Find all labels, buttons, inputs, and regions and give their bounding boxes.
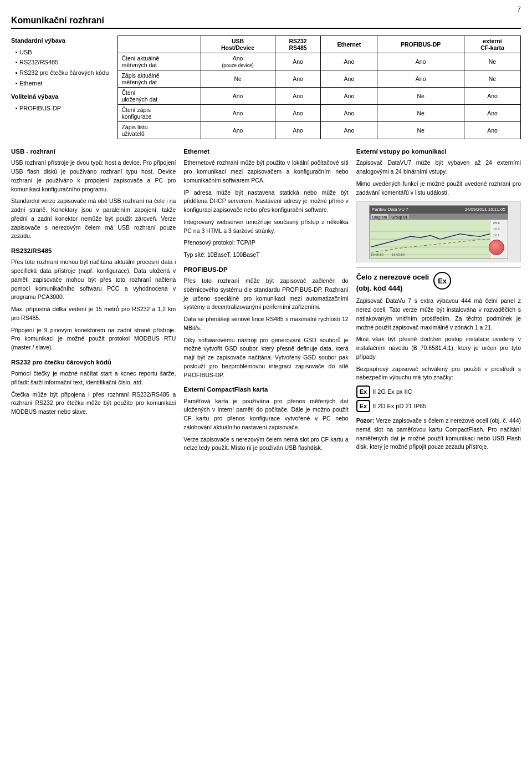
rs232-heading: RS232 pro čtečku čárových kódů [11, 358, 176, 367]
steel-para-2: Musí však být přesně dodržen postup inst… [356, 335, 521, 361]
table-cell: Ano [377, 53, 464, 70]
rs232-para-2: Čtečka může být připojena i přes rozhran… [11, 390, 176, 417]
table-row: Čtení zápiskonfigurace Ano Ano Ano Ne An… [118, 105, 521, 122]
profibus-para-3: Díky softwarovému nástroji pro generován… [183, 336, 348, 380]
list-item: RS232/RS485 [16, 57, 109, 68]
row-label: Čtení zápiskonfigurace [118, 105, 201, 122]
table-cell: Ne [464, 70, 520, 88]
capability-table: USBHost/Device RS232RS485 Ethernet PROFI… [117, 35, 521, 139]
ethernet-type: Typ sítě: 10BaseT, 100BaseT [183, 251, 348, 260]
ext-heading: Externí vstupy po komunikaci [356, 147, 521, 156]
cf-heading: Externí CompactFlash karta [183, 385, 348, 394]
capability-table-container: USBHost/Device RS232RS485 Ethernet PROFI… [117, 35, 521, 139]
col-header-cf: externíCF-karta [464, 36, 520, 53]
pozor-text: Verze zapisovače s čelem z nerezové ocel… [356, 417, 521, 450]
rs-heading: RS232/RS485 [11, 246, 176, 256]
device-indicator-circle [489, 240, 504, 255]
column-right: Externí vstupy po komunikaci Zapisovač D… [356, 147, 521, 456]
table-cell: Ano [321, 122, 377, 139]
table-empty-header [118, 36, 201, 53]
table-cell: Ano [377, 70, 464, 88]
table-cell: Ano [275, 70, 321, 88]
ethernet-para-2: IP adresa může být nastavena statická ne… [183, 189, 348, 215]
rs-para-3: Připojení je 9 pinovým konektorem na zad… [11, 326, 176, 352]
table-cell: Ne [464, 53, 520, 70]
divider [356, 267, 521, 267]
list-item: USB [16, 47, 109, 58]
profibus-para-1: Přes toto rozhraní může být zapisovač za… [183, 277, 348, 312]
table-row: Zápis aktuálněměřených dat Ne Ano Ano An… [118, 70, 521, 88]
standard-items: USB RS232/RS485 RS232 pro čtečku čárovýc… [11, 47, 109, 89]
table-cell: Ano [201, 105, 275, 122]
ex-text-2: II 2D Ex pD 21 IP65 [372, 402, 426, 411]
table-cell: Ano [321, 70, 377, 88]
device-image: Partlow Data VU 7 24/09/2011 16:11:05 Di… [356, 201, 521, 262]
page-number: 7 [11, 6, 521, 13]
row-label: Čtení aktuálněměřených dat [118, 53, 201, 70]
profibus-heading: PROFIBUS-DP [183, 265, 348, 275]
list-item: Ethernet [16, 78, 109, 89]
list-item: PROFIBUS-DP [16, 103, 109, 114]
table-cell: Ano [464, 105, 520, 122]
ex-line-1: Ex II 2G Ex px IIC [356, 385, 521, 398]
table-cell: Ano [321, 53, 377, 70]
col-header-profibus: PROFIBUS-DP [377, 36, 464, 53]
ex-box-1: Ex [356, 385, 370, 398]
ethernet-protocol: Přenosový protokol: TCP/IP [183, 239, 348, 247]
list-item: RS232 pro čtečku čárových kódu [16, 68, 109, 78]
usb-heading: USB - rozhraní [11, 147, 176, 156]
ethernet-para-1: Ethernetové rozhraní může být použito v … [183, 159, 348, 185]
standard-title: Standardní výbava [11, 35, 109, 46]
ex-symbol-large: Ex [433, 272, 451, 290]
column-mid: Ethernet Ethernetové rozhraní může být p… [183, 147, 348, 456]
ex-line-2: Ex II 2D Ex pD 21 IP65 [356, 400, 521, 413]
table-cell: Ano [275, 88, 321, 105]
three-col-section: USB - rozhraní USB rozhraní přístroje je… [11, 147, 521, 456]
ethernet-heading: Ethernet [183, 147, 348, 156]
table-cell: Ne [201, 70, 275, 88]
top-section: Standardní výbava USB RS232/RS485 RS232 … [11, 35, 521, 139]
table-cell: Ano [321, 105, 377, 122]
table-cell: Ano [321, 88, 377, 105]
rs-para-1: Přes toto rozhraní mohou být načítána ak… [11, 258, 176, 302]
cf-para-1: Paměťová karta je používána pro přenos m… [183, 397, 348, 432]
table-cell: Ano [201, 88, 275, 105]
optional-title: Volitelná výbava [11, 92, 109, 102]
usb-para-1: USB rozhraní přístroje je dvou typů: hos… [11, 159, 176, 194]
table-cell: Ano(pouze device) [201, 53, 275, 70]
page-title: Komunikační rozhraní [11, 16, 521, 29]
table-cell: Ne [377, 88, 464, 105]
sidebar-list: Standardní výbava USB RS232/RS485 RS232 … [11, 35, 109, 139]
rs-para-2: Max. přípustná délka vedení je 15 metrů … [11, 305, 176, 323]
col-header-usb: USBHost/Device [201, 36, 275, 53]
table-cell: Ne [377, 105, 464, 122]
row-label: Čteníuložených dat [118, 88, 201, 105]
col-header-rs232: RS232RS485 [275, 36, 321, 53]
usb-para-2: Standardní verze zapisovače má obě USB r… [11, 197, 176, 241]
table-cell: Ano [201, 122, 275, 139]
ext-para-1: Zapisovač DataVU7 může být vybaven až 24… [356, 159, 521, 176]
table-cell: Ano [275, 53, 321, 70]
table-row: Zápis listuuživatelů Ano Ano Ano Ne Ano [118, 122, 521, 139]
rs232-para-1: Pomocí čtečky je možné načítat start a k… [11, 369, 176, 387]
steel-heading: Čelo z nerezové oceli [356, 272, 429, 283]
col-header-ethernet: Ethernet [321, 36, 377, 53]
optional-items: PROFIBUS-DP [11, 103, 109, 114]
row-label: Zápis listuuživatelů [118, 122, 201, 139]
table-cell: Ne [377, 122, 464, 139]
table-cell: Ano [464, 88, 520, 105]
steel-para-1: Zapisovač DataVu 7 s extra výbavou 444 m… [356, 297, 521, 332]
cf-para-2: Verze zapisovače s nerezovým čelem nemá … [183, 435, 348, 453]
pozor-para: Pozor: Verze zapisovače s čelem z nerezo… [356, 417, 521, 452]
ex-box-2: Ex [356, 400, 370, 413]
table-cell: Ano [275, 122, 321, 139]
ethernet-para-3: Integrovaný webserver umožňuje současný … [183, 218, 348, 236]
table-cell: Ano [464, 122, 520, 139]
row-label: Zápis aktuálněměřených dat [118, 70, 201, 88]
table-cell: Ano [275, 105, 321, 122]
table-row: Čteníuložených dat Ano Ano Ano Ne Ano [118, 88, 521, 105]
profibus-para-2: Data se přenášejí sériové lince RS485 s … [183, 315, 348, 333]
steel-para-3: Bezpapírový zapisovač schválený pro použ… [356, 365, 521, 383]
ex-text-1: II 2G Ex px IIC [372, 387, 412, 397]
steel-subheading: (obj. kód 444) [356, 283, 429, 294]
